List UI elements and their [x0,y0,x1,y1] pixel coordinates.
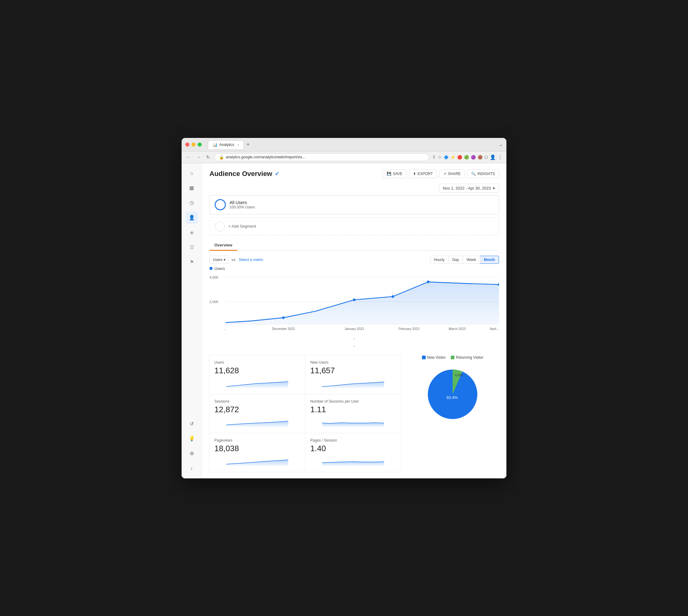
mini-chart-sessions-per-user [310,417,396,427]
bookmark-icon[interactable]: ⇪ [432,155,436,159]
save-button[interactable]: 💾 SAVE [383,170,407,178]
sidebar: ⌂ ▦ ◷ 👤 ◈ ☰ ⚑ ↺ 💡 ⚙ › [181,163,202,478]
tab-overview[interactable]: Overview [210,240,237,251]
dropdown-icon: ▾ [493,186,495,191]
sidebar-chart-icon[interactable]: ◈ [186,226,198,239]
svg-marker-18 [322,382,384,388]
metric-sessions-per-user: Number of Sessions per User 1.11 [305,394,401,433]
menu-icon[interactable]: ⋮ [498,154,503,160]
users-metric-button[interactable]: Users ▾ [210,256,229,264]
sidebar-flag-icon[interactable]: ⚑ [186,256,198,268]
svg-text:December 2022: December 2022 [272,327,295,331]
content-area: Audience Overview ✓ 💾 SAVE ⬆ EXPORT ↗ SH… [202,163,507,478]
mini-chart-new-users [310,378,396,388]
metric-sessions-value: 12,872 [214,405,300,414]
svg-text:February 2023: February 2023 [399,327,420,331]
time-selector: Hourly Day Week Month [430,256,499,264]
sidebar-dashboard-icon[interactable]: ▦ [186,182,198,194]
tab-bar: 📊 Analytics × + [208,140,496,149]
add-segment-circle [215,221,224,231]
insights-button[interactable]: 🔍 INSIGHTS [467,170,499,178]
add-segment-card[interactable]: + Add Segment [210,217,499,235]
sidebar-expand-icon[interactable]: › [186,462,198,475]
share-button[interactable]: ↗ SHARE [439,170,465,178]
page-title-text: Audience Overview [210,170,272,178]
extension-6-icon[interactable]: 🟤 [478,155,482,159]
svg-text:6.6%: 6.6% [455,373,463,377]
metric-pages-per-session-label: Pages / Session [310,438,396,442]
metric-sessions-per-user-value: 1.11 [310,405,396,414]
sidebar-clock-icon[interactable]: ◷ [186,197,198,209]
chart-area: Users 4,000 2,000 [210,266,499,334]
profile-icon[interactable]: 👤 [490,154,496,160]
pie-chart: 93.4% 6.6% [422,364,483,425]
minimize-button[interactable] [192,142,195,147]
metrics-grid-container: Users 11,628 New Users 11,657 [210,355,401,472]
url-bar[interactable]: 🔒 analytics.google.com/analytics/web/#re… [214,153,429,161]
scroll-handle[interactable]: ⌃⌄ [353,338,356,348]
date-range-button[interactable]: Nov 1, 2022 - Apr 30, 2023 ▾ [439,184,499,193]
users-metric-label: Users [213,258,222,262]
header-actions: 💾 SAVE ⬆ EXPORT ↗ SHARE 🔍 INSIGHTS [383,170,499,178]
mini-chart-pageviews [214,456,300,466]
metric-users-value: 11,628 [214,366,300,375]
metrics-grid: Users 11,628 New Users 11,657 [210,355,401,472]
sidebar-list-icon[interactable]: ☰ [186,241,198,254]
insights-icon: 🔍 [471,172,476,176]
extension-5-icon[interactable]: 🟣 [471,155,476,159]
svg-text:...: ... [224,327,227,331]
pie-chart-section: New Visitor Returning Visitor [406,355,499,472]
sidebar-settings-icon[interactable]: ⚙ [186,447,198,460]
new-tab-button[interactable]: + [244,140,252,149]
content-tabs: Overview [210,240,499,251]
back-button[interactable]: ← [185,154,192,160]
hourly-button[interactable]: Hourly [430,256,449,264]
export-button[interactable]: ⬆ EXPORT [409,170,437,178]
traffic-lights [185,142,202,147]
svg-marker-5 [225,282,499,324]
sidebar-user-icon[interactable]: 👤 [186,212,198,224]
tab-icon: 📊 [213,142,217,147]
metric-pages-per-session-value: 1.40 [310,444,396,453]
active-tab[interactable]: 📊 Analytics × [208,140,244,149]
sidebar-feedback-icon[interactable]: ↺ [186,418,198,430]
extension-4-icon[interactable]: 🟢 [464,155,469,159]
page-header: Audience Overview ✓ 💾 SAVE ⬆ EXPORT ↗ SH… [210,170,499,178]
metric-dropdown-icon: ▾ [224,258,225,262]
extension-7-icon[interactable]: ⬡ [485,155,488,159]
metric-selector: Users ▾ vs. Select a metric [210,256,263,264]
line-chart: 4,000 2,000 [210,272,499,334]
metric-new-users: New Users 11,657 [305,355,401,394]
tab-close-button[interactable]: × [237,143,239,147]
metric-users: Users 11,628 [209,355,305,394]
select-metric-link[interactable]: Select a metric [239,258,263,262]
segment-area: Nov 1, 2022 - Apr 30, 2023 ▾ All Users 1… [210,184,499,235]
forward-button[interactable]: → [195,154,202,160]
title-bar: 📊 Analytics × + ⌄ [181,138,507,152]
new-visitor-dot [422,356,426,359]
window-chevron-icon[interactable]: ⌄ [499,142,503,147]
metric-pageviews-value: 18,038 [214,444,300,453]
metric-new-users-value: 11,657 [310,366,396,375]
svg-text:March 2023: March 2023 [449,327,466,331]
maximize-button[interactable] [198,142,202,147]
sidebar-home-icon[interactable]: ⌂ [186,167,198,179]
metric-sessions-per-user-label: Number of Sessions per User [310,399,396,403]
extension-1-icon[interactable]: 🔷 [444,155,449,159]
window-controls: ⌄ [499,142,503,147]
date-range-bar: Nov 1, 2022 - Apr 30, 2023 ▾ [210,184,499,193]
close-button[interactable] [185,142,189,147]
metric-pageviews: Pageviews 18,038 [209,433,305,472]
extension-3-icon[interactable]: 🔴 [457,155,462,159]
returning-visitor-legend: Returning Visitor [451,355,483,360]
metric-sessions-label: Sessions [214,399,300,403]
day-button[interactable]: Day [449,256,463,264]
month-button[interactable]: Month [480,256,499,264]
metric-pages-per-session: Pages / Session 1.40 [305,433,401,472]
week-button[interactable]: Week [463,256,480,264]
sidebar-lightbulb-icon[interactable]: 💡 [186,433,198,445]
address-bar: ← → ↻ 🔒 analytics.google.com/analytics/w… [181,152,507,163]
extension-2-icon[interactable]: ⚡ [450,155,455,159]
reload-button[interactable]: ↻ [205,154,211,160]
star-icon[interactable]: ☆ [438,155,442,159]
